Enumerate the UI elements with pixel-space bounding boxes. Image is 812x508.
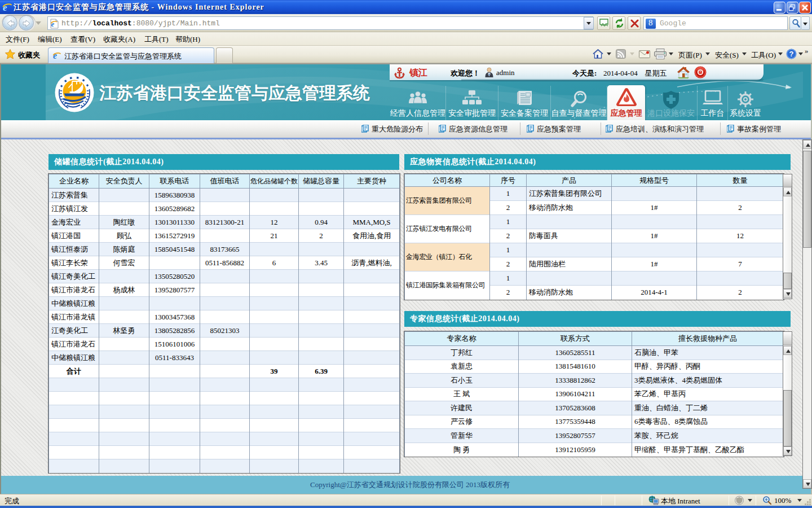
svg-text:e: e: [3, 2, 7, 12]
svg-text:?: ?: [789, 50, 794, 58]
svg-text:e: e: [53, 51, 57, 60]
